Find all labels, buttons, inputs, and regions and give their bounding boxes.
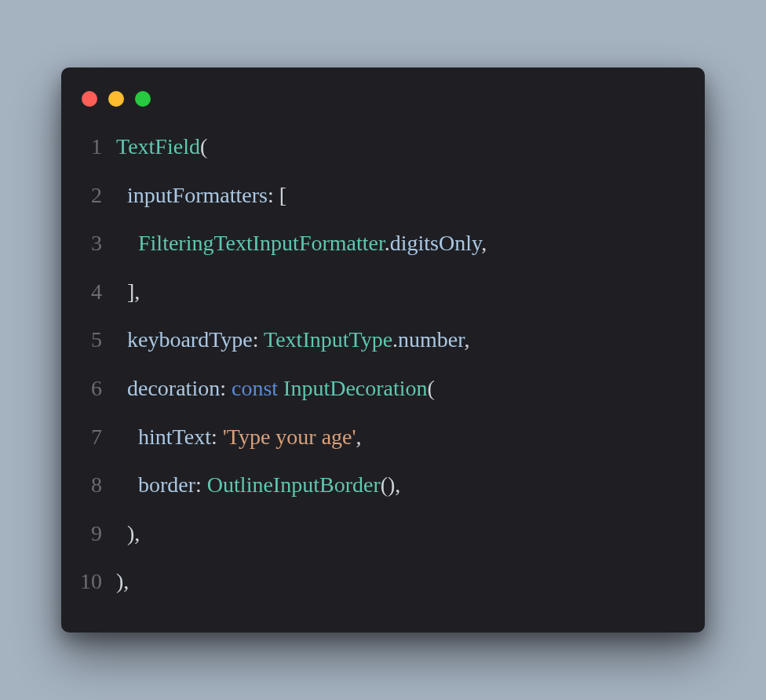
code-token-punct: . (385, 231, 390, 255)
code-token-punct: ( (428, 376, 435, 400)
code-token-ident: keyboardType (127, 327, 253, 352)
line-number: 10 (78, 557, 116, 606)
code-token-type: InputDecoration (283, 376, 428, 400)
code-line-content: decoration: const InputDecoration( (116, 364, 435, 413)
code-line-content: border: OutlineInputBorder(), (116, 461, 400, 509)
code-line-content: inputFormatters: [ (116, 171, 286, 220)
code-token-punct (116, 425, 138, 449)
line-number: 7 (78, 413, 116, 461)
code-line: 4 ], (78, 268, 681, 316)
code-token-ident: number (398, 327, 464, 352)
code-token-punct: : (211, 425, 223, 449)
zoom-icon[interactable] (135, 91, 151, 107)
code-line-content: ), (116, 557, 129, 606)
code-line: 1TextField( (78, 122, 681, 171)
code-block: 1TextField(2 inputFormatters: [3 Filteri… (78, 122, 681, 606)
code-line: 7 hintText: 'Type your age', (78, 413, 681, 461)
code-line: 10), (78, 557, 681, 606)
code-token-type: TextInputType (264, 327, 392, 352)
line-number: 2 (78, 171, 116, 220)
code-line-content: ), (116, 509, 140, 558)
code-line-content: ], (116, 268, 140, 316)
code-token-punct: : (220, 376, 232, 400)
line-number: 6 (78, 364, 116, 413)
line-number: 5 (78, 315, 116, 364)
code-token-string: 'Type your age' (223, 425, 356, 449)
line-number: 9 (78, 509, 116, 558)
code-token-punct: , (356, 425, 362, 449)
code-token-punct: ), (116, 521, 140, 545)
code-token-punct (278, 376, 283, 400)
window-traffic-lights (78, 88, 681, 122)
code-line: 8 border: OutlineInputBorder(), (78, 461, 681, 509)
code-token-punct: : [ (268, 183, 286, 207)
code-token-ident: hintText (138, 425, 211, 449)
code-line: 3 FilteringTextInputFormatter.digitsOnly… (78, 219, 681, 268)
code-line: 2 inputFormatters: [ (78, 171, 681, 220)
line-number: 4 (78, 268, 116, 316)
code-token-punct (116, 376, 127, 400)
code-token-punct: : (253, 327, 264, 352)
code-line-content: FilteringTextInputFormatter.digitsOnly, (116, 219, 487, 268)
line-number: 8 (78, 461, 116, 509)
code-token-punct: ], (116, 279, 140, 304)
page-background: 1TextField(2 inputFormatters: [3 Filteri… (0, 0, 766, 700)
code-token-punct (116, 183, 127, 207)
code-line: 9 ), (78, 509, 681, 558)
code-line-content: hintText: 'Type your age', (116, 413, 362, 461)
code-token-keyword: const (232, 376, 278, 400)
code-token-type: OutlineInputBorder (207, 472, 381, 497)
code-token-ident: border (138, 472, 195, 497)
code-token-punct: (), (381, 472, 401, 497)
code-token-type: FilteringTextInputFormatter (138, 231, 385, 255)
code-token-ident: inputFormatters (127, 183, 268, 207)
code-line-content: TextField( (116, 122, 207, 171)
minimize-icon[interactable] (108, 91, 124, 107)
code-token-punct: ), (116, 569, 129, 593)
code-token-type: TextField (116, 134, 200, 159)
code-token-punct: , (465, 327, 470, 352)
code-token-punct (116, 327, 127, 352)
close-icon[interactable] (82, 91, 97, 107)
code-line-content: keyboardType: TextInputType.number, (116, 315, 470, 364)
line-number: 3 (78, 219, 116, 268)
code-window: 1TextField(2 inputFormatters: [3 Filteri… (61, 67, 705, 633)
code-token-punct: ( (200, 134, 207, 159)
code-line: 6 decoration: const InputDecoration( (78, 364, 681, 413)
code-token-ident: digitsOnly (390, 231, 481, 255)
code-token-punct (116, 472, 138, 497)
code-token-punct: : (195, 472, 207, 497)
code-token-ident: decoration (127, 376, 220, 400)
code-line: 5 keyboardType: TextInputType.number, (78, 315, 681, 364)
code-token-punct: , (481, 231, 487, 255)
line-number: 1 (78, 122, 116, 171)
code-token-punct (116, 231, 138, 255)
